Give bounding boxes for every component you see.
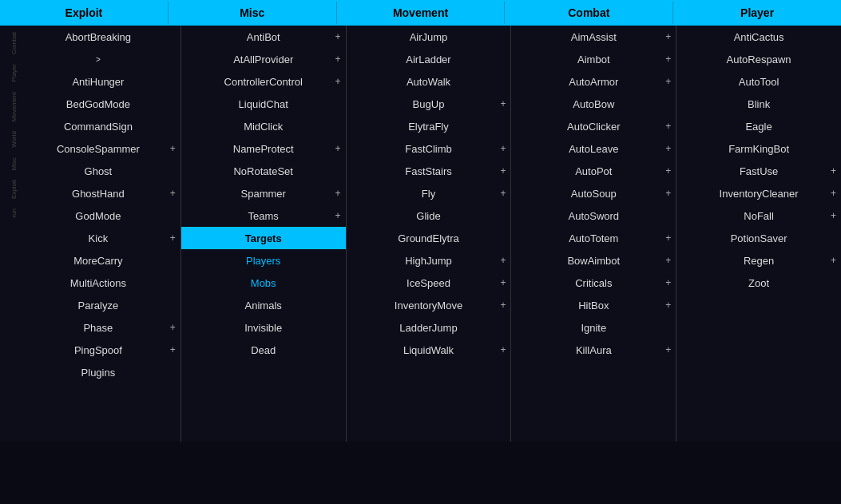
exploit-item-10[interactable]: MoreCarry	[16, 249, 180, 272]
nav-movement[interactable]: Movement	[337, 2, 506, 24]
combat-item-3[interactable]: AutoBow	[511, 93, 676, 115]
combat-item-10-plus[interactable]: +	[665, 255, 671, 266]
misc-item-13[interactable]: Invisible	[181, 316, 346, 339]
misc-item-2[interactable]: ControllerControl+	[181, 70, 346, 93]
combat-item-6-plus[interactable]: +	[665, 165, 671, 177]
combat-item-4-plus[interactable]: +	[665, 121, 671, 132]
exploit-item-5-plus[interactable]: +	[170, 143, 176, 154]
exploit-item-9[interactable]: Kick+	[16, 227, 180, 249]
combat-item-6[interactable]: AutoPot+	[511, 160, 676, 182]
combat-item-12[interactable]: HitBox+	[511, 294, 676, 316]
exploit-item-11[interactable]: MultiActions	[16, 272, 180, 294]
player-item-6[interactable]: FastUse+	[676, 160, 841, 182]
misc-item-6[interactable]: NoRotateSet	[181, 160, 346, 182]
misc-item-8-plus[interactable]: +	[335, 210, 341, 221]
exploit-item-12[interactable]: Paralyze	[16, 294, 180, 316]
exploit-item-7[interactable]: GhostHand+	[16, 182, 180, 204]
misc-item-9[interactable]: Targets	[181, 227, 346, 249]
movement-item-12-plus[interactable]: +	[500, 300, 506, 311]
exploit-item-0[interactable]: AbortBreaking	[16, 26, 180, 48]
exploit-item-1[interactable]: >	[16, 48, 180, 70]
movement-item-4[interactable]: ElytraFly	[347, 115, 511, 137]
misc-item-1-plus[interactable]: +	[335, 54, 341, 65]
combat-item-5[interactable]: AutoLeave+	[511, 137, 676, 160]
movement-item-12[interactable]: InventoryMove+	[347, 294, 511, 316]
nav-misc[interactable]: Misc	[169, 2, 337, 24]
misc-item-7[interactable]: Spammer+	[181, 182, 346, 204]
combat-item-1-plus[interactable]: +	[665, 54, 671, 65]
movement-item-9[interactable]: GroundElytra	[347, 227, 511, 249]
exploit-item-13[interactable]: Phase+	[16, 316, 180, 339]
combat-item-9[interactable]: AutoTotem+	[511, 227, 676, 249]
combat-item-7-plus[interactable]: +	[665, 188, 671, 199]
player-item-9[interactable]: PotionSaver	[676, 227, 841, 249]
misc-item-11[interactable]: Mobs	[181, 272, 346, 294]
exploit-item-15[interactable]: Plugins	[16, 361, 180, 383]
combat-item-2[interactable]: AutoArmor+	[511, 70, 676, 93]
misc-item-7-plus[interactable]: +	[335, 188, 341, 199]
combat-item-4[interactable]: AutoClicker+	[511, 115, 676, 137]
movement-item-14[interactable]: LiquidWalk+	[347, 339, 511, 361]
movement-item-5[interactable]: FastClimb+	[347, 137, 511, 160]
movement-item-1[interactable]: AirLadder	[347, 48, 511, 70]
movement-item-6[interactable]: FastStairs+	[347, 160, 511, 182]
movement-item-13[interactable]: LadderJump	[347, 316, 511, 339]
misc-item-14[interactable]: Dead	[181, 339, 346, 361]
combat-item-7[interactable]: AutoSoup+	[511, 182, 676, 204]
player-item-2[interactable]: AutoTool	[676, 70, 841, 93]
movement-item-10[interactable]: HighJump+	[347, 249, 511, 272]
combat-item-14[interactable]: KillAura+	[511, 339, 676, 361]
exploit-item-9-plus[interactable]: +	[170, 232, 176, 244]
movement-item-10-plus[interactable]: +	[500, 255, 506, 266]
misc-item-0[interactable]: AntiBot+	[181, 26, 346, 48]
movement-item-11[interactable]: IceSpeed+	[347, 272, 511, 294]
player-item-10[interactable]: Regen+	[676, 249, 841, 272]
player-item-10-plus[interactable]: +	[831, 255, 836, 266]
exploit-item-5[interactable]: ConsoleSpammer+	[16, 137, 180, 160]
misc-item-2-plus[interactable]: +	[335, 76, 341, 87]
combat-item-0-plus[interactable]: +	[665, 31, 671, 42]
combat-item-12-plus[interactable]: +	[665, 300, 671, 311]
player-item-7-plus[interactable]: +	[831, 188, 836, 199]
combat-item-11[interactable]: Criticals+	[511, 272, 676, 294]
combat-item-2-plus[interactable]: +	[665, 76, 671, 87]
movement-item-11-plus[interactable]: +	[500, 277, 506, 288]
misc-item-4[interactable]: MidClick	[181, 115, 346, 137]
combat-item-10[interactable]: BowAimbot+	[511, 249, 676, 272]
misc-item-0-plus[interactable]: +	[335, 31, 341, 42]
misc-item-12[interactable]: Animals	[181, 294, 346, 316]
misc-item-5[interactable]: NameProtect+	[181, 137, 346, 160]
combat-item-9-plus[interactable]: +	[665, 232, 671, 244]
combat-item-13[interactable]: Ignite	[511, 316, 676, 339]
player-item-4[interactable]: Eagle	[676, 115, 841, 137]
misc-item-10[interactable]: Players	[181, 249, 346, 272]
combat-item-0[interactable]: AimAssist+	[511, 26, 676, 48]
combat-item-8[interactable]: AutoSword	[511, 204, 676, 227]
exploit-item-14[interactable]: PingSpoof+	[16, 339, 180, 361]
player-item-0[interactable]: AntiCactus	[676, 26, 841, 48]
player-item-1[interactable]: AutoRespawn	[676, 48, 841, 70]
nav-player[interactable]: Player	[673, 2, 841, 24]
exploit-item-4[interactable]: CommandSign	[16, 115, 180, 137]
player-item-5[interactable]: FarmKingBot	[676, 137, 841, 160]
player-item-3[interactable]: Blink	[676, 93, 841, 115]
movement-item-6-plus[interactable]: +	[500, 165, 506, 177]
exploit-item-8[interactable]: GodMode	[16, 204, 180, 227]
exploit-item-7-plus[interactable]: +	[170, 188, 176, 199]
nav-combat[interactable]: Combat	[505, 2, 673, 24]
combat-item-1[interactable]: Aimbot+	[511, 48, 676, 70]
misc-item-1[interactable]: AtAllProvider+	[181, 48, 346, 70]
movement-item-8[interactable]: Glide	[347, 204, 511, 227]
movement-item-5-plus[interactable]: +	[500, 143, 506, 154]
movement-item-7[interactable]: Fly+	[347, 182, 511, 204]
exploit-item-13-plus[interactable]: +	[170, 322, 176, 333]
player-item-7[interactable]: InventoryCleaner+	[676, 182, 841, 204]
combat-item-11-plus[interactable]: +	[665, 277, 671, 288]
player-item-8-plus[interactable]: +	[831, 210, 836, 221]
player-item-11[interactable]: Zoot	[676, 272, 841, 294]
movement-item-7-plus[interactable]: +	[500, 188, 506, 199]
player-item-6-plus[interactable]: +	[831, 165, 836, 177]
movement-item-14-plus[interactable]: +	[500, 344, 506, 355]
misc-item-3[interactable]: LiquidChat	[181, 93, 346, 115]
combat-item-14-plus[interactable]: +	[665, 344, 671, 355]
